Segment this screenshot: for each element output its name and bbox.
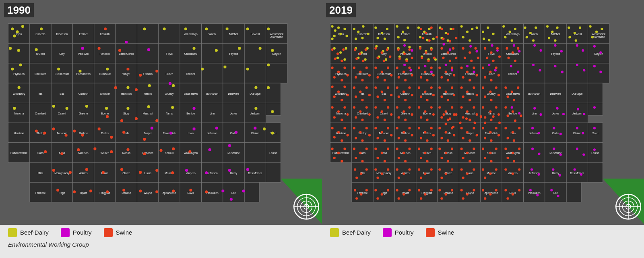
svg-point-637 — [355, 58, 358, 60]
svg-text:Winnebago: Winnebago — [184, 33, 198, 36]
svg-point-757 — [432, 94, 435, 96]
svg-point-870 — [462, 137, 464, 139]
svg-point-228 — [155, 190, 158, 193]
svg-point-978 — [451, 189, 453, 191]
svg-point-687 — [359, 71, 361, 73]
svg-point-864 — [440, 137, 443, 139]
svg-text:Greene: Greene — [401, 112, 410, 115]
svg-text:Decatur: Decatur — [122, 191, 131, 194]
svg-point-686 — [353, 67, 355, 69]
legend-item-swine-right: Swine — [426, 228, 454, 237]
svg-point-623 — [440, 28, 443, 30]
svg-point-597 — [576, 127, 578, 129]
svg-text:Sac: Sac — [60, 92, 64, 95]
svg-point-554 — [513, 44, 515, 47]
svg-point-560 — [576, 44, 578, 47]
svg-point-817 — [460, 106, 463, 109]
svg-point-463 — [355, 37, 357, 40]
svg-point-140 — [259, 47, 262, 50]
svg-point-518 — [601, 28, 603, 30]
svg-text:Fremont: Fremont — [357, 191, 367, 194]
svg-rect-275 — [566, 63, 588, 83]
svg-point-809 — [426, 119, 428, 121]
svg-point-733 — [347, 94, 349, 96]
svg-point-151 — [271, 132, 274, 135]
svg-point-588 — [556, 107, 559, 110]
svg-point-143 — [223, 66, 226, 69]
svg-text:Page: Page — [59, 191, 65, 195]
svg-point-868 — [466, 131, 469, 133]
svg-point-886 — [343, 148, 346, 150]
svg-point-949 — [460, 168, 463, 171]
svg-point-583 — [599, 71, 602, 73]
svg-text:Warren: Warren — [101, 152, 109, 155]
svg-point-948 — [440, 177, 443, 179]
svg-text:Mills: Mills — [38, 172, 43, 175]
svg-point-488 — [462, 36, 464, 38]
svg-text:Adams: Adams — [79, 172, 88, 175]
svg-point-873 — [482, 127, 484, 129]
svg-rect-2 — [137, 23, 159, 43]
svg-point-1005 — [514, 119, 516, 122]
svg-text:Guthrie: Guthrie — [401, 132, 410, 135]
svg-point-141 — [271, 49, 274, 52]
svg-point-706 — [430, 67, 433, 69]
svg-point-136 — [267, 27, 270, 30]
svg-point-791 — [361, 119, 363, 121]
svg-point-523 — [336, 56, 339, 59]
svg-point-178 — [246, 168, 249, 171]
svg-point-594 — [537, 132, 540, 134]
svg-point-899 — [396, 148, 398, 150]
svg-point-977 — [445, 193, 447, 196]
beef-dairy-swatch-left — [8, 228, 17, 237]
svg-point-734 — [353, 86, 355, 89]
svg-point-739 — [368, 94, 371, 96]
svg-point-709 — [432, 74, 435, 77]
svg-point-871 — [469, 139, 471, 142]
poultry-swatch-left — [61, 228, 70, 237]
svg-point-765 — [466, 91, 469, 93]
svg-point-634 — [354, 48, 356, 51]
svg-point-128 — [78, 70, 81, 73]
svg-point-749 — [398, 96, 400, 98]
svg-text:Clinton: Clinton — [573, 132, 581, 135]
svg-text:Dickinson: Dickinson — [56, 33, 68, 35]
svg-point-651 — [419, 47, 421, 50]
svg-point-456 — [345, 35, 348, 37]
county-louisa — [266, 162, 281, 182]
svg-text:Madison: Madison — [78, 152, 89, 155]
svg-point-716 — [460, 67, 463, 69]
svg-point-664 — [469, 51, 471, 54]
svg-point-683 — [333, 76, 336, 79]
svg-text:Tama: Tama — [166, 112, 173, 115]
svg-text:Linn: Linn — [210, 112, 215, 115]
svg-point-460 — [362, 25, 364, 28]
svg-point-159 — [85, 105, 88, 108]
svg-point-707 — [420, 76, 422, 79]
svg-point-849 — [396, 127, 398, 129]
svg-point-595 — [553, 127, 555, 129]
svg-point-458 — [353, 28, 355, 30]
svg-rect-302 — [588, 103, 603, 115]
svg-rect-9 — [244, 63, 266, 83]
legend-items-left: Beef-Dairy Poultry Swine — [8, 228, 314, 237]
svg-point-632 — [334, 58, 336, 60]
svg-point-784 — [333, 116, 336, 119]
svg-point-856 — [424, 131, 426, 133]
svg-point-495 — [488, 39, 490, 41]
svg-point-930 — [360, 173, 362, 175]
svg-point-713 — [440, 76, 443, 79]
svg-point-725 — [484, 76, 486, 79]
svg-point-818 — [466, 110, 469, 113]
svg-text:Floyd: Floyd — [166, 52, 173, 56]
svg-point-603 — [559, 153, 562, 156]
svg-point-785 — [341, 119, 343, 121]
svg-text:Black Hawk: Black Hawk — [184, 92, 198, 95]
svg-point-719 — [462, 76, 464, 79]
svg-point-943 — [430, 168, 433, 171]
svg-point-203 — [35, 129, 38, 132]
svg-point-482 — [450, 28, 452, 30]
swine-label-left: Swine — [116, 229, 132, 236]
svg-point-865 — [447, 139, 449, 142]
svg-point-842 — [368, 134, 371, 136]
